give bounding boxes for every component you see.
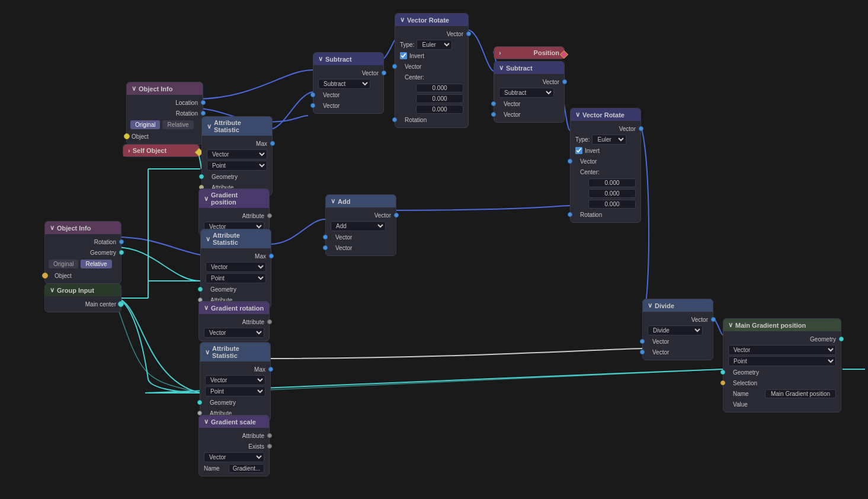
node-add[interactable]: ∨ Add Vector Add Vector Vector [325,194,396,256]
vr1-cy[interactable] [416,94,463,103]
node-header-vr1[interactable]: ∨ Vector Rotate [395,14,468,26]
socket-gi-mc-out[interactable] [118,301,124,307]
sub2-type-select[interactable]: Subtract [499,88,554,98]
socket-gscale-attr-out[interactable] [267,433,272,438]
socket-gpos-attr-out[interactable] [267,213,272,218]
as1-type2[interactable]: Point [207,161,267,171]
node-subtract-1[interactable]: ∨ Subtract Vector Subtract Vector Vector [313,52,384,114]
socket-s1-vec1-in[interactable] [310,92,315,97]
as3-type2[interactable]: Point [205,386,265,396]
node-self-object[interactable]: › Self Object [123,144,200,157]
node-header-vr2[interactable]: ∨ Vector Rotate [571,108,640,121]
subtract1-type-select[interactable]: Subtract [318,79,370,89]
node-gradient-rot[interactable]: ∨ Gradient rotation Attribute Vector [198,301,270,341]
node-attr-stat-1[interactable]: ∨ Attribute Statistic Max Vector Point G… [201,116,273,196]
node-vector-rotate-2[interactable]: ∨ Vector Rotate Vector Type: Euler Inver… [570,108,641,223]
btn-original-1[interactable]: Original [130,120,160,129]
vr1-cz[interactable] [416,105,463,114]
vr1-cx[interactable] [416,84,463,92]
gscale-name-input[interactable] [229,464,264,473]
socket-mgpos-geo-out[interactable] [839,337,844,341]
socket-vr1-rot-in[interactable] [392,117,397,122]
socket-vr2-rot-in[interactable] [568,212,572,217]
socket-mgpos-geo-in[interactable] [720,370,725,375]
socket-div-out[interactable] [711,317,716,322]
node-header-subtract-2[interactable]: ∨ Subtract [494,62,564,74]
socket-div-vec1-in[interactable] [640,339,645,344]
vr2-cx-input[interactable] [588,178,636,187]
vr2-cy-input[interactable] [588,189,636,198]
socket-grot-attr-out[interactable] [267,319,272,324]
node-header-as3[interactable]: ∨ Attribute Statistic [200,343,270,362]
socket-add-vec2-in[interactable] [323,245,328,250]
as2-type2[interactable]: Point [206,273,266,283]
socket-location-out[interactable] [201,100,206,105]
socket-as1-geo-in[interactable] [199,174,204,179]
node-header-oi2[interactable]: ∨ Object Info [45,222,121,234]
node-attr-stat-2[interactable]: ∨ Attribute Statistic Max Vector Point G… [200,229,271,308]
socket-as3-geo-in[interactable] [197,400,202,405]
vr2-cz-input[interactable] [588,200,636,209]
node-header-subtract-1[interactable]: ∨ Subtract [313,53,383,65]
mgpos-type2[interactable]: Point [728,356,836,366]
btn-relative-2[interactable]: Relative [81,260,111,268]
socket-object-in[interactable] [124,133,130,139]
gscale-type[interactable]: Vector [204,452,264,462]
vr2-invert-check[interactable] [575,147,582,154]
socket-as3-max-out[interactable] [268,367,273,372]
node-header-mgpos[interactable]: ∨ Main Gradient position [723,319,841,331]
node-object-info-2[interactable]: ∨ Object Info Rotation Geometry Original… [44,221,121,284]
socket-sub2-out[interactable] [562,79,567,84]
socket-mgpos-sel-in[interactable] [720,380,725,385]
socket-as2-geo-in[interactable] [198,287,203,292]
node-vector-rotate-1[interactable]: ∨ Vector Rotate Vector Type: Euler Inver… [395,13,469,128]
btn-relative-1[interactable]: Relative [162,120,193,129]
socket-gscale-exists-out[interactable] [267,444,272,449]
node-header-as2[interactable]: ∨ Attribute Statistic [201,229,271,248]
socket-oi2-obj-in[interactable] [42,273,48,279]
node-position[interactable]: › Position [494,46,565,59]
node-divide[interactable]: ∨ Divide Vector Divide Vector Vector [642,299,713,360]
node-object-info-1[interactable]: ∨ Object Info Location Rotation Original… [126,82,203,145]
socket-position-out[interactable] [560,50,568,59]
socket-sub2-vec1-in[interactable] [491,101,496,106]
socket-oi2-geo-out[interactable] [119,250,124,255]
as2-type1[interactable]: Vector [206,262,266,272]
node-header-add[interactable]: ∨ Add [326,195,396,207]
node-header-gpos[interactable]: ∨ Gradient position [199,189,269,208]
grot-type[interactable]: Vector [204,328,264,338]
node-header-position[interactable]: › Position [494,47,564,59]
node-header-as1[interactable]: ∨ Attribute Statistic [202,117,272,136]
node-attr-stat-3[interactable]: ∨ Attribute Statistic Max Vector Point G… [200,342,271,421]
socket-div-vec2-in[interactable] [640,350,645,354]
node-main-gradient-pos[interactable]: ∨ Main Gradient position Geometry Vector… [723,318,841,412]
vr1-type-select[interactable]: Euler [417,40,452,50]
socket-subtract1-vec-out[interactable] [382,71,386,75]
socket-as1-max-out[interactable] [270,141,275,146]
vr2-type-select[interactable]: Euler [592,135,626,145]
socket-oi2-rot-out[interactable] [119,239,124,244]
socket-vr2-out[interactable] [639,126,643,131]
socket-add-out[interactable] [394,213,399,217]
as1-type1[interactable]: Vector [207,149,267,159]
add-type[interactable]: Add [331,221,386,231]
div-type[interactable]: Divide [648,325,703,335]
vr1-invert-check[interactable] [400,52,407,59]
socket-as2-max-out[interactable] [269,254,274,258]
node-group-input[interactable]: ∨ Group Input Main center [44,283,121,312]
node-header-grot[interactable]: ∨ Gradient rotation [199,302,269,314]
node-header-gscale[interactable]: ∨ Gradient scale [199,415,269,428]
node-header-gi[interactable]: ∨ Group Input [45,284,121,296]
node-header-divide[interactable]: ∨ Divide [643,299,713,312]
mgpos-name-input[interactable] [765,389,836,398]
mgpos-type1[interactable]: Vector [728,345,836,355]
socket-vr1-vec-in[interactable] [392,64,397,69]
socket-rotation-out[interactable] [201,111,206,116]
socket-vr1-out[interactable] [466,31,471,36]
socket-s1-vec2-in[interactable] [310,103,315,108]
node-gradient-scale[interactable]: ∨ Gradient scale Attribute Exists Vector… [198,415,270,476]
node-header-object-info-1[interactable]: ∨ Object Info [127,82,203,95]
node-header-self-object[interactable]: › Self Object [123,145,199,156]
socket-sub2-vec2-in[interactable] [491,112,496,117]
socket-vr2-vec-in[interactable] [568,159,572,164]
